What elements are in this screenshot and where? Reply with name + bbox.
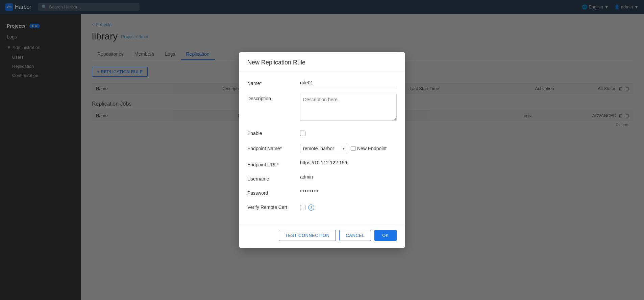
new-endpoint-checkbox[interactable] [351,146,355,151]
password-field: •••••••• [300,188,397,194]
verify-cert-row: i [300,202,397,211]
modal-header: New Replication Rule [239,52,405,72]
endpoint-name-label: Endpoint Name* [247,144,295,151]
enable-field [300,129,397,137]
endpoint-name-select[interactable]: remote_harbor [300,144,347,153]
enable-label: Enable [247,129,295,136]
description-label: Description [247,94,295,101]
name-label: Name* [247,79,295,86]
endpoint-name-row: remote_harbor New Endpoint [300,144,397,153]
cancel-button[interactable]: CANCEL [339,230,371,241]
description-field [300,94,397,122]
enable-checkbox[interactable] [300,131,305,136]
modal-title: New Replication Rule [247,59,397,66]
form-row-verify-cert: Verify Remote Cert i [247,202,397,211]
password-value: •••••••• [300,188,319,194]
form-row-endpoint-url: Endpoint URL* https://10.112.122.156 [247,160,397,167]
username-field: admin [300,174,397,180]
form-row-password: Password •••••••• [247,188,397,196]
endpoint-select-wrapper: remote_harbor [300,144,347,153]
form-row-username: Username admin [247,174,397,182]
username-value: admin [300,172,313,180]
endpoint-url-value: https://10.112.122.156 [300,158,347,165]
description-textarea[interactable] [300,94,397,121]
modal-footer: TEST CONNECTION CANCEL OK [239,224,405,248]
form-row-enable: Enable [247,129,397,137]
form-row-description: Description [247,94,397,122]
form-row-name: Name* [247,79,397,87]
name-input[interactable] [300,79,397,87]
endpoint-url-field: https://10.112.122.156 [300,160,397,165]
password-label: Password [247,188,295,196]
verify-cert-label: Verify Remote Cert [247,202,295,210]
verify-cert-field: i [300,202,397,211]
endpoint-name-field: remote_harbor New Endpoint [300,144,397,153]
modal-body: Name* Description Enable [239,72,405,224]
new-replication-rule-modal: New Replication Rule Name* Description E… [239,52,405,248]
new-endpoint-label[interactable]: New Endpoint [351,146,387,151]
verify-cert-checkbox[interactable] [300,205,305,210]
test-connection-button[interactable]: TEST CONNECTION [279,230,336,241]
new-endpoint-text: New Endpoint [357,146,387,151]
name-field [300,79,397,87]
modal-overlay: New Replication Rule Name* Description E… [0,0,644,300]
form-row-endpoint-name: Endpoint Name* remote_harbor New Endpoin… [247,144,397,153]
username-label: Username [247,174,295,182]
ok-button[interactable]: OK [374,230,397,241]
endpoint-url-label: Endpoint URL* [247,160,295,167]
verify-cert-info-icon[interactable]: i [308,204,314,211]
